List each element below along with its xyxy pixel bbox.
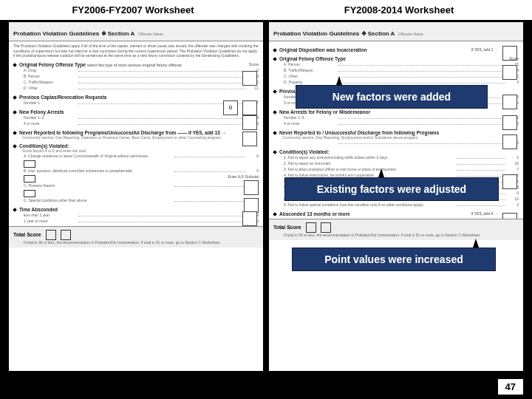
score-label: Score xyxy=(509,56,519,61)
sub-box xyxy=(24,190,35,197)
list-item: 9. Fail to follow special conditions (us… xyxy=(284,202,454,208)
left-s5-title: Condition(s) Violated: xyxy=(19,143,69,149)
list-item: C. Other xyxy=(284,73,335,79)
callout-adjusted-factors: Existing factors were adjusted xyxy=(284,177,499,201)
right-total-label: Total Score xyxy=(273,225,301,230)
list-item: D. Special conditions other than above xyxy=(24,197,171,203)
right-s1-scorebox xyxy=(502,65,517,80)
list-item: D. Property xyxy=(284,79,335,85)
list-value: 6 xyxy=(248,153,259,159)
list-value: 7 xyxy=(508,166,519,172)
left-total-row: Total Score If total is 30 or less, the … xyxy=(9,226,263,248)
page-number: 47 xyxy=(498,379,523,395)
right-s5-title: Condition(s) Violated: xyxy=(279,149,329,154)
right-s6-title: Absconded 13 months or more xyxy=(279,211,350,216)
list-item: D. Other xyxy=(24,85,75,91)
callout-arrow-icon xyxy=(473,239,479,248)
left-s4-note: Community service, Day Reporting, Detent… xyxy=(13,135,259,140)
right-s3-scorebox xyxy=(502,115,517,130)
left-s6-scorebox xyxy=(242,211,257,226)
right-s6-sub: if YES, add 5 → xyxy=(471,211,498,216)
list-value: 5 xyxy=(248,168,259,174)
right-s3-title: New Arrests for Felony or Misdemeanor xyxy=(279,109,370,115)
right-sheet-title: Probation Violation Guidelines ❖ Section… xyxy=(273,30,395,37)
list-item: less than 1 year xyxy=(24,212,75,218)
list-value: 9 xyxy=(508,190,519,196)
sub-box xyxy=(24,160,35,168)
right-total-box1 xyxy=(306,222,316,233)
left-total-box2 xyxy=(61,230,71,240)
right-total-note: If total is 50 or less, the recommendati… xyxy=(273,233,519,237)
score-label: Score xyxy=(249,62,259,66)
right-title: FY2008-2014 Worksheet xyxy=(266,0,532,20)
left-worksheet: Probation Violation Guidelines ❖ Section… xyxy=(9,22,263,371)
right-s0-title: Original Disposition was Incarceration xyxy=(279,47,366,52)
left-s5-subtotal-box xyxy=(244,180,259,195)
list-item: 2. Fail to report as instructed xyxy=(284,160,454,166)
sub-box xyxy=(24,175,35,183)
right-s4-scorebox xyxy=(502,134,517,149)
list-value: 3 xyxy=(508,79,519,85)
right-s4-title: Never Reported to / Unsuccessful Dischar… xyxy=(279,130,439,135)
right-total-box2 xyxy=(321,222,331,233)
list-item: B. Traffic/Weapon xyxy=(284,67,335,73)
right-s2-scorebox xyxy=(502,95,517,109)
list-item: 4 or more xyxy=(24,120,75,126)
left-sheet-sub: Offender Name xyxy=(138,32,163,36)
list-value: 5 xyxy=(508,154,519,160)
list-item: A. Change residence or leave Commonwealt… xyxy=(24,153,171,159)
left-s2-title: Previous Capias/Revocation Requests xyxy=(19,95,107,100)
list-item: A. Drug xyxy=(24,67,75,73)
list-item: 1. Fail to report any arrests/including … xyxy=(284,154,454,160)
callout-new-factors: New factors were added xyxy=(296,85,488,109)
callout-arrow-icon xyxy=(378,168,384,177)
list-item: 3. Fail to allow probation officer to vi… xyxy=(284,166,454,172)
list-value: 3 xyxy=(508,202,519,208)
list-item: C. Possess firearm xyxy=(24,183,171,188)
callout-arrow-icon xyxy=(336,76,342,85)
left-s1-scorebox xyxy=(242,71,257,86)
callout-point-values: Point values were increased xyxy=(292,248,496,271)
list-item: Number 1 xyxy=(24,100,75,106)
left-s6-title: Time Absconded xyxy=(19,207,58,212)
list-item: 4 or more xyxy=(284,120,335,126)
left-total-box1 xyxy=(46,230,56,240)
list-item: Number 1–3 xyxy=(24,115,75,120)
right-sheet-sub: Offender Name xyxy=(398,32,423,36)
list-value: 10 xyxy=(508,160,519,166)
comparison-header: FY2006-FY2007 Worksheet FY2008-2014 Work… xyxy=(0,0,532,21)
list-item: Number 1–3 xyxy=(284,115,335,120)
left-instruction-note: The Probation Violation Guidelines apply… xyxy=(9,41,263,61)
left-s1-title: Original Felony Offense Type xyxy=(19,62,86,67)
left-sheet-title: Probation Violation Guidelines ❖ Section… xyxy=(13,30,134,37)
right-s1-title: Original Felony Offense Type xyxy=(279,56,346,61)
left-s4-title: Never Reported to following Programs/Uns… xyxy=(19,130,226,135)
list-item: B. Person xyxy=(24,73,75,79)
list-item: C. Traffic/Weapon xyxy=(24,79,75,85)
enter-subtotal-label: Enter A-D Subtotal xyxy=(228,174,259,179)
left-total-label: Total Score xyxy=(13,231,41,236)
left-total-note: If total is 30 or less, the recommendati… xyxy=(13,240,259,245)
right-s5-scorebox xyxy=(502,174,517,189)
list-item: 1 year or more xyxy=(24,218,75,224)
list-item: B. Use, possess, distribute controlled s… xyxy=(24,168,171,174)
right-total-row: Total Score If total is 50 or less, the … xyxy=(269,219,523,240)
list-value: 11 xyxy=(248,85,259,91)
list-value: 12 xyxy=(508,196,519,202)
list-item xyxy=(284,140,335,146)
left-s3-title: New Felony Arrests xyxy=(19,109,64,115)
right-s0-sub: if YES, add 1 → xyxy=(471,47,498,52)
left-s3-scorebox xyxy=(242,115,257,130)
left-title: FY2006-FY2007 Worksheet xyxy=(0,0,266,20)
list-item: A. Person xyxy=(284,61,335,67)
